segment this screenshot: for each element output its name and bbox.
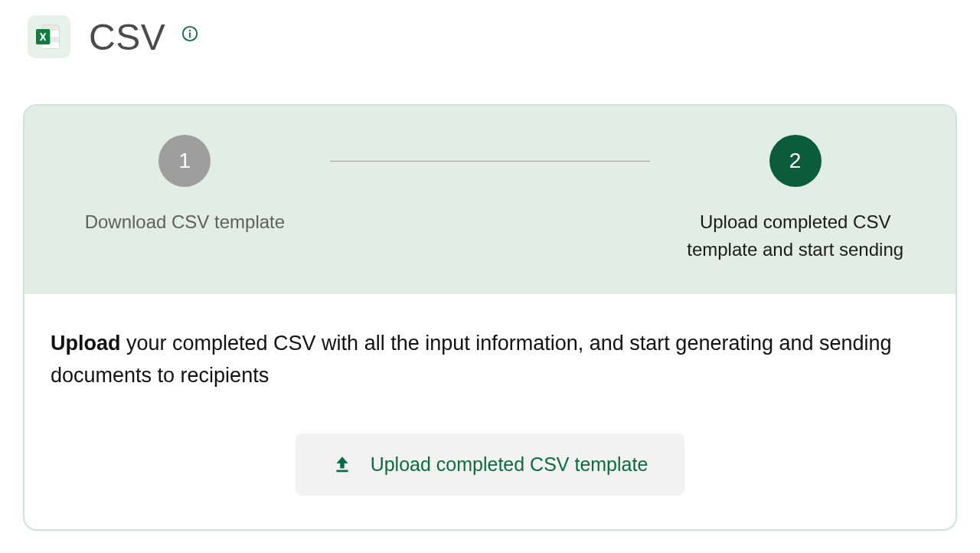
step-2-circle: 2 <box>769 135 822 187</box>
instruction-text: Upload your completed CSV with all the i… <box>51 328 929 392</box>
wizard-card: 1 Download CSV template 2 Upload complet… <box>23 104 957 531</box>
instruction-bold: Upload <box>51 332 121 355</box>
step-2-label: Upload completed CSV template and start … <box>665 208 926 263</box>
upload-icon <box>332 454 352 474</box>
info-icon[interactable] <box>181 25 199 43</box>
upload-button-label: Upload completed CSV template <box>371 453 648 476</box>
step-1[interactable]: 1 Download CSV template <box>40 135 330 236</box>
step-1-circle: 1 <box>158 135 211 187</box>
svg-point-8 <box>189 30 191 31</box>
upload-csv-button[interactable]: Upload completed CSV template <box>296 434 685 496</box>
instruction-rest: your completed CSV with all the input in… <box>51 332 892 387</box>
button-row: Upload completed CSV template <box>51 434 929 496</box>
page-title: CSV <box>89 16 165 58</box>
step-connector <box>330 161 651 162</box>
step-2[interactable]: 2 Upload completed CSV template and star… <box>650 135 940 263</box>
excel-icon <box>28 15 70 58</box>
content-area: Upload your completed CSV with all the i… <box>24 294 956 529</box>
svg-rect-9 <box>336 470 348 473</box>
stepper: 1 Download CSV template 2 Upload complet… <box>24 106 956 294</box>
page-header: CSV <box>23 15 957 58</box>
step-1-label: Download CSV template <box>85 208 285 236</box>
